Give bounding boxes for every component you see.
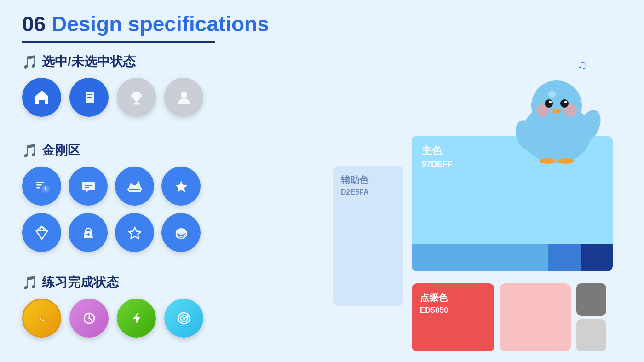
bag-icon[interactable] — [69, 213, 108, 252]
svg-point-6 — [135, 95, 138, 98]
accent-red-block: 点缀色 ED5050 — [412, 283, 494, 351]
svg-rect-4 — [135, 102, 138, 103]
section1-icons — [22, 78, 203, 117]
bird-mascot: ♫ — [488, 55, 607, 156]
section1-header: 🎵 选中/未选中状态 — [22, 53, 203, 70]
stripe-navy — [581, 244, 613, 271]
section1-label: 选中/未选中状态 — [42, 53, 136, 70]
list-clock-icon[interactable] — [22, 167, 61, 206]
svg-point-17 — [140, 188, 142, 190]
main-color-stripes — [412, 244, 613, 271]
svg-point-40 — [549, 101, 552, 103]
accent-value: ED5050 — [420, 306, 486, 315]
section-practice-complete: 🎵 练习完成状态 ♫ — [22, 274, 203, 338]
aux-color-value: D2E5FA — [341, 188, 396, 196]
svg-text:♫: ♫ — [577, 57, 587, 72]
svg-point-45 — [539, 158, 556, 164]
svg-point-39 — [560, 99, 569, 108]
svg-rect-9 — [36, 184, 42, 186]
trophy-icon-unselected[interactable] — [117, 78, 156, 117]
svg-point-7 — [181, 92, 187, 98]
profile-icon-unselected[interactable] — [164, 78, 203, 117]
svg-rect-10 — [36, 187, 40, 189]
favorite-star-icon[interactable] — [115, 213, 154, 252]
section2-header: 🎵 金刚区 — [22, 142, 201, 159]
svg-point-24 — [176, 228, 186, 235]
svg-point-16 — [134, 185, 136, 187]
section3-header: 🎵 练习完成状态 — [22, 274, 203, 291]
accent-label: 点缀色 — [420, 292, 486, 304]
svg-point-46 — [558, 158, 574, 164]
aux-color-block: 辅助色 D2E5FA — [334, 166, 403, 306]
section-selected-state: 🎵 选中/未选中状态 — [22, 53, 203, 117]
crown-icon[interactable] — [115, 167, 154, 206]
home-icon-selected[interactable] — [22, 78, 61, 117]
star-icon[interactable] — [161, 167, 201, 206]
svg-rect-14 — [128, 190, 141, 192]
section-diamond-zone: 🎵 金刚区 — [22, 142, 201, 252]
svg-rect-2 — [87, 94, 92, 95]
accent-pink-block — [500, 283, 571, 351]
svg-point-42 — [552, 109, 561, 114]
clock-complete-icon[interactable] — [69, 299, 109, 338]
music-note-icon: 🎵 — [22, 54, 38, 69]
section3-label: 练习完成状态 — [42, 274, 119, 291]
target-complete-icon[interactable] — [164, 299, 203, 338]
svg-rect-1 — [84, 92, 86, 103]
light-gray-swatch — [576, 319, 606, 351]
music-note-icon3: 🎵 — [22, 275, 38, 290]
section2-icons — [22, 167, 201, 252]
title-text: Design specifications — [52, 12, 269, 36]
lightning-complete-icon[interactable] — [117, 299, 156, 338]
svg-point-41 — [564, 101, 567, 103]
book-icon-selected[interactable] — [69, 78, 109, 117]
music-complete-icon[interactable]: ♫ — [22, 299, 61, 338]
section3-icons: ♫ — [22, 299, 203, 338]
coins-icon[interactable] — [161, 213, 201, 252]
svg-rect-5 — [133, 103, 140, 105]
svg-rect-12 — [85, 185, 92, 186]
svg-point-15 — [127, 188, 129, 190]
page-title: 06 Design specifications — [22, 11, 269, 36]
aux-color-label: 辅助色 — [341, 174, 396, 186]
svg-point-47 — [548, 91, 556, 98]
gray-swatches — [576, 283, 606, 351]
stripe-dark-blue — [548, 244, 581, 271]
svg-point-38 — [545, 99, 553, 108]
svg-rect-13 — [85, 187, 89, 188]
svg-text:♫: ♫ — [38, 312, 45, 322]
section2-label: 金刚区 — [42, 142, 80, 159]
title-number: 06 — [22, 12, 52, 36]
svg-rect-3 — [87, 97, 92, 98]
diamond-icon[interactable] — [22, 213, 61, 252]
svg-point-28 — [88, 317, 90, 319]
dark-gray-swatch — [576, 283, 606, 316]
stripe-mid-blue — [412, 244, 548, 271]
chat-icon[interactable] — [69, 167, 108, 206]
svg-rect-8 — [36, 182, 44, 183]
music-note-icon2: 🎵 — [22, 143, 38, 158]
svg-marker-18 — [36, 226, 47, 239]
title-underline — [22, 41, 215, 43]
accent-colors-row: 点缀色 ED5050 — [412, 283, 606, 351]
